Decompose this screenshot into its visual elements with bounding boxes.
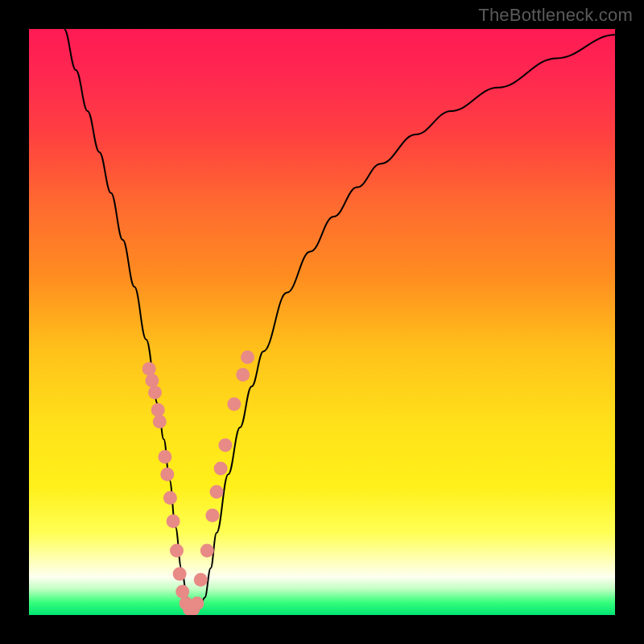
data-marker [210,485,224,499]
data-marker [175,584,189,598]
data-marker [194,573,208,587]
chart-frame: TheBottleneck.com [0,0,644,644]
data-marker [218,438,232,452]
bottleneck-chart [0,0,644,644]
data-marker [227,397,241,411]
data-marker [163,491,177,505]
watermark-text: TheBottleneck.com [478,5,633,26]
data-marker [160,468,174,481]
data-marker [214,462,228,476]
data-marker [236,368,250,382]
data-marker [142,362,156,376]
data-marker [148,386,162,399]
data-marker [153,415,167,428]
data-marker [241,350,254,364]
data-marker [190,597,204,610]
data-marker [145,374,159,387]
border-bottom [0,615,644,644]
border-left [0,0,29,644]
gradient-background [29,29,615,615]
data-marker [173,568,187,581]
data-marker [205,509,219,522]
data-marker [158,450,171,464]
data-marker [167,514,180,528]
border-right [615,0,644,644]
data-marker [200,543,214,557]
data-marker [170,543,184,557]
data-marker [151,403,165,417]
